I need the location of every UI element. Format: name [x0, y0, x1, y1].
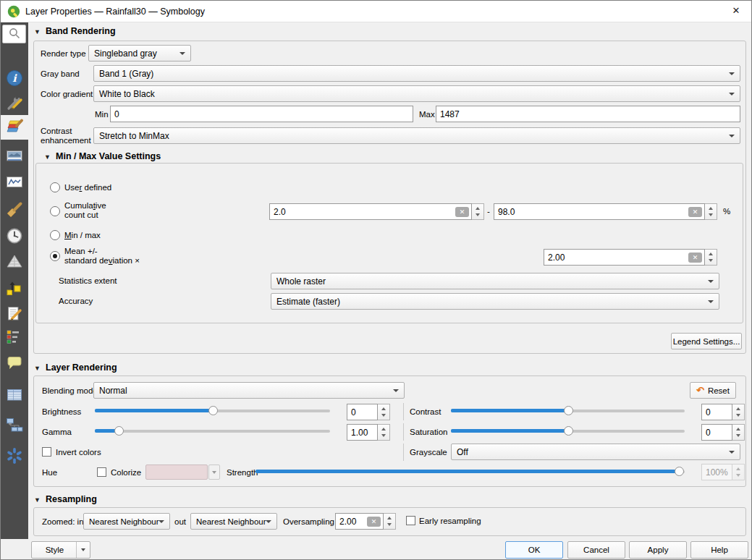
- sidebar-item-plugins[interactable]: [1, 445, 28, 468]
- sidebar-item-rendering[interactable]: [1, 199, 28, 222]
- invert-colors-checkbox[interactable]: [42, 447, 51, 457]
- sidebar-item-legend[interactable]: [1, 326, 28, 349]
- sidebar: i: [1, 22, 28, 539]
- band-rendering-header: Band Rendering: [46, 26, 116, 36]
- color-gradient-select[interactable]: White to Black: [93, 85, 740, 102]
- spin-buttons[interactable]: [378, 404, 390, 420]
- temporal-clock-icon: [5, 226, 24, 247]
- style-button[interactable]: Style: [31, 541, 90, 559]
- separator: [403, 423, 404, 441]
- chevron-down-icon: [729, 93, 735, 96]
- symbology-icon: [5, 117, 24, 138]
- collapse-icon[interactable]: ▼: [34, 365, 41, 372]
- spin-buttons[interactable]: [705, 203, 717, 220]
- color-gradient-label: Color gradient: [41, 90, 93, 99]
- reset-button[interactable]: ↶ Reset: [690, 382, 736, 399]
- legend-settings-button[interactable]: Legend Settings...: [671, 333, 742, 349]
- spin-buttons[interactable]: [705, 249, 717, 266]
- user-defined-radio[interactable]: [50, 182, 60, 192]
- blending-mode-select[interactable]: Normal: [93, 382, 405, 399]
- min-input[interactable]: 0: [110, 106, 413, 122]
- slider-thumb[interactable]: [675, 467, 684, 476]
- cumulative-high-spinbox[interactable]: 98.0✕: [494, 203, 717, 220]
- sidebar-item-temporal[interactable]: [1, 225, 28, 248]
- clear-field-icon[interactable]: ✕: [688, 207, 702, 217]
- slider-thumb[interactable]: [208, 406, 218, 415]
- chevron-down-icon: [708, 300, 714, 303]
- cancel-button[interactable]: Cancel: [567, 541, 625, 559]
- saturation-spinbox[interactable]: 0: [701, 424, 745, 441]
- clear-field-icon[interactable]: ✕: [455, 207, 469, 217]
- gamma-spinbox[interactable]: 1.00: [347, 424, 390, 441]
- zoomed-in-label: Zoomed: in: [42, 517, 84, 527]
- collapse-icon[interactable]: ▼: [44, 153, 51, 161]
- sidebar-item-information[interactable]: i: [1, 67, 28, 90]
- mean-std-spinbox[interactable]: 2.00✕: [544, 249, 717, 266]
- strength-spinbox: 100%: [701, 464, 745, 480]
- accuracy-select[interactable]: Estimate (faster): [271, 293, 719, 310]
- colorize-color-dropdown[interactable]: [208, 464, 220, 480]
- sidebar-item-server[interactable]: [1, 413, 28, 436]
- collapse-icon[interactable]: ▼: [34, 28, 41, 35]
- sidebar-item-symbology[interactable]: [1, 115, 28, 140]
- render-type-select[interactable]: Singleband gray: [88, 45, 191, 61]
- cumulative-count-cut-radio[interactable]: [50, 206, 60, 216]
- colorize-color-swatch[interactable]: [145, 464, 208, 480]
- transparency-icon: [5, 147, 24, 168]
- sidebar-item-transparency[interactable]: [1, 145, 28, 169]
- sidebar-item-attributes[interactable]: [1, 384, 28, 407]
- colorize-checkbox[interactable]: [97, 467, 106, 477]
- cumulative-low-spinbox[interactable]: 2.0✕: [269, 203, 484, 220]
- close-button[interactable]: ✕: [728, 5, 744, 18]
- apply-button[interactable]: Apply: [629, 541, 687, 559]
- slider-thumb[interactable]: [564, 426, 573, 436]
- sidebar-item-source[interactable]: [1, 92, 28, 115]
- saturation-slider[interactable]: [451, 424, 685, 438]
- min-max-radio[interactable]: [50, 230, 60, 240]
- chevron-down-icon[interactable]: [76, 542, 90, 558]
- colorize-label: Colorize: [111, 468, 141, 478]
- search-input[interactable]: [2, 25, 26, 43]
- oversampling-spinbox[interactable]: 2.00✕: [335, 513, 396, 530]
- spin-buttons[interactable]: [384, 513, 396, 530]
- attributes-table-icon: [5, 386, 24, 407]
- slider-thumb[interactable]: [114, 426, 124, 436]
- resampling-header: Resampling: [46, 494, 97, 504]
- slider-thumb[interactable]: [564, 406, 573, 415]
- gamma-slider[interactable]: [95, 424, 330, 438]
- sidebar-item-histogram[interactable]: [1, 171, 28, 195]
- separator: [403, 444, 404, 461]
- chevron-down-icon: [266, 520, 271, 523]
- early-resampling-checkbox[interactable]: [406, 516, 415, 525]
- zoomed-out-select[interactable]: Nearest Neighbour: [190, 513, 277, 530]
- contrast-label: Contrast: [410, 407, 441, 417]
- spin-buttons[interactable]: [472, 203, 484, 220]
- contrast-slider[interactable]: [451, 404, 685, 418]
- mean-std-radio[interactable]: [50, 251, 60, 261]
- clear-field-icon[interactable]: ✕: [688, 253, 702, 263]
- grayscale-select[interactable]: Off: [451, 444, 740, 460]
- sidebar-item-display[interactable]: [1, 352, 28, 376]
- zoomed-in-select[interactable]: Nearest Neighbour: [83, 513, 170, 530]
- max-input[interactable]: 1487: [436, 106, 740, 122]
- spin-buttons[interactable]: [378, 424, 390, 441]
- contrast-spinbox[interactable]: 0: [701, 404, 745, 420]
- ok-button[interactable]: OK: [505, 541, 563, 559]
- statistics-extent-select[interactable]: Whole raster: [271, 273, 719, 289]
- brightness-spinbox[interactable]: 0: [347, 404, 390, 420]
- contrast-enhancement-select[interactable]: Stretch to MinMax: [93, 127, 740, 144]
- sidebar-item-elevation[interactable]: [1, 277, 28, 300]
- collapse-icon[interactable]: ▼: [34, 496, 41, 504]
- spin-buttons[interactable]: [732, 404, 745, 420]
- percent-label: %: [723, 207, 730, 216]
- strength-slider[interactable]: [255, 464, 685, 479]
- layer-properties-dialog: Layer Properties — Rainfall30 — Symbolog…: [0, 0, 752, 560]
- help-button[interactable]: Help: [690, 541, 748, 559]
- chevron-down-icon: [159, 520, 164, 523]
- gray-band-select[interactable]: Band 1 (Gray): [93, 65, 740, 82]
- brightness-slider[interactable]: [95, 404, 330, 418]
- spin-buttons[interactable]: [732, 424, 745, 441]
- sidebar-item-metadata[interactable]: [1, 303, 28, 326]
- clear-field-icon[interactable]: ✕: [367, 517, 381, 527]
- sidebar-item-pyramids[interactable]: [1, 251, 28, 274]
